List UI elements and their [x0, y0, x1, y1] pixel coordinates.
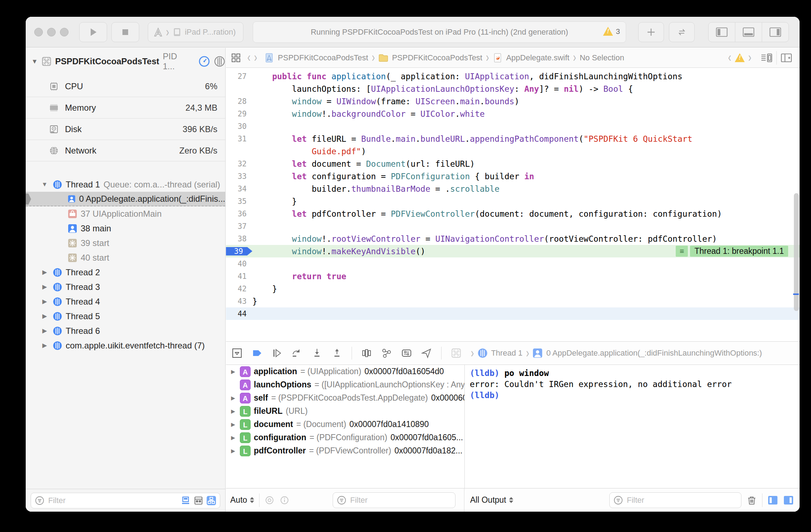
forward-icon[interactable]: ›	[254, 50, 257, 65]
code-line[interactable]: 36 let pdfController = PDFViewController…	[226, 207, 800, 220]
console-filter-field[interactable]	[609, 492, 741, 508]
stack-frame-row[interactable]: 39 start	[26, 236, 225, 250]
console-output-popup[interactable]: All Output	[470, 495, 513, 505]
navigator-filter-field[interactable]	[31, 493, 220, 508]
disclosure-icon[interactable]: ▶	[230, 408, 237, 415]
disclosure-icon[interactable]: ▶	[230, 435, 237, 441]
thread-row[interactable]: ▶Thread 6	[26, 323, 225, 338]
thread-row[interactable]: ▶com.apple.uikit.eventfetch-thread (7)	[26, 338, 225, 353]
gauge-row-network[interactable]: NetworkZero KB/s	[26, 140, 225, 161]
disclosure-icon[interactable]: ▶	[230, 368, 237, 375]
disclosure-icon[interactable]: ▼	[40, 181, 49, 188]
code-line[interactable]: 41 return true	[226, 270, 800, 282]
console-filter-input[interactable]	[626, 495, 737, 505]
striped-circle-icon[interactable]	[214, 55, 225, 67]
scheme-selector[interactable]: › iPad P...ration)	[148, 22, 243, 42]
gauge-icon[interactable]	[198, 55, 210, 67]
disclosure-icon[interactable]: ▶	[230, 421, 237, 428]
editor-swap-button[interactable]	[669, 22, 695, 42]
code-line[interactable]: 32 let document = Document(url: fileURL)	[226, 157, 800, 170]
gauge-row-disk[interactable]: Disk396 KB/s	[26, 119, 225, 140]
thread-row[interactable]: ▶Thread 4	[26, 294, 225, 309]
gauge-row-cpu[interactable]: CPU6%	[26, 76, 225, 97]
code-line[interactable]: 39 window!.makeKeyAndVisible()≡Thread 1:…	[226, 245, 800, 257]
variable-row[interactable]: ▶LfileURL (URL)	[226, 405, 464, 418]
close-window-button[interactable]	[34, 28, 43, 36]
hide-debug-area-icon[interactable]	[232, 348, 242, 358]
stack-frame-row[interactable]: 37 UIApplicationMain	[26, 206, 225, 221]
warning-count-button[interactable]: 3	[603, 27, 620, 36]
breadcrumb-file[interactable]: AppDelegate.swift	[506, 53, 569, 62]
next-issue-icon[interactable]: ›	[748, 50, 751, 65]
view-mode-icon[interactable]	[206, 496, 216, 506]
thread-row[interactable]: ▶Thread 2	[26, 265, 225, 280]
code-line[interactable]: launchOptions: [UIApplicationLaunchOptio…	[226, 82, 800, 95]
step-over-icon[interactable]	[292, 348, 302, 358]
disclosure-icon[interactable]: ▶	[230, 448, 237, 454]
minimize-window-button[interactable]	[47, 28, 56, 36]
variable-row[interactable]: AlaunchOptions = ([UIApplicationLaunchOp…	[226, 378, 464, 391]
code-line[interactable]: 28 window = UIWindow(frame: UIScreen.mai…	[226, 95, 800, 107]
step-out-icon[interactable]	[332, 348, 342, 358]
variable-row[interactable]: ▶Aapplication = (UIApplication) 0x00007f…	[226, 365, 464, 378]
step-into-icon[interactable]	[312, 348, 322, 358]
stack-frame-row[interactable]: 40 start	[26, 250, 225, 265]
breadcrumb-selection[interactable]: No Selection	[580, 53, 624, 62]
code-line[interactable]: 30	[226, 120, 800, 132]
debugbar-frame[interactable]: 0 AppDelegate.application(_:didFinishLau…	[546, 348, 762, 358]
breakpoint-actions-icon[interactable]: ≡	[676, 246, 688, 257]
run-button[interactable]	[79, 22, 107, 42]
thread-row[interactable]: ▼Thread 1Queue: com.a...-thread (serial)	[26, 177, 225, 192]
console[interactable]: (lldb) po windowerror: Couldn't IRGen ex…	[464, 365, 800, 488]
view-hierarchy-icon[interactable]	[361, 348, 372, 358]
environment-overrides-icon[interactable]	[401, 348, 412, 358]
issue-warning-icon[interactable]	[735, 53, 745, 62]
code-line[interactable]: 33 let configuration = PDFConfiguration …	[226, 170, 800, 182]
code-line[interactable]: 34 builder.thumbnailBarMode = .scrollabl…	[226, 182, 800, 195]
thread-row[interactable]: ▶Thread 5	[26, 309, 225, 323]
editor-options-icon[interactable]	[761, 52, 773, 64]
show-console-icon[interactable]	[783, 495, 794, 506]
zoom-window-button[interactable]	[60, 28, 69, 36]
toggle-inspector-button[interactable]	[762, 22, 789, 42]
disclosure-icon[interactable]: ▶	[40, 283, 49, 291]
stack-frame-row[interactable]: 0 AppDelegate.application(_:didFinis...	[26, 192, 225, 206]
variable-row[interactable]: ▶Ldocument = (Document) 0x00007fd0a14108…	[226, 418, 464, 431]
disclosure-open-icon[interactable]: ▼	[31, 58, 38, 65]
variables-view[interactable]: ▶Aapplication = (UIApplication) 0x00007f…	[226, 365, 464, 488]
debugbar-thread[interactable]: Thread 1	[491, 348, 523, 358]
stackframes-filter-icon[interactable]	[193, 496, 203, 506]
stop-button[interactable]	[111, 22, 139, 42]
variables-filter-field[interactable]	[333, 492, 455, 508]
code-line[interactable]: 29 window!.backgroundColor = UIColor.whi…	[226, 107, 800, 120]
code-line[interactable]: Guide.pdf")	[226, 145, 800, 157]
source-editor[interactable]: 27 public func application(_ application…	[226, 68, 800, 341]
navigator-filter-input[interactable]	[47, 496, 178, 506]
library-button[interactable]	[638, 22, 664, 42]
show-variables-icon[interactable]	[767, 495, 778, 506]
process-row[interactable]: ▼ PSPDFKitCocoaPodsTest PID 1...	[26, 53, 225, 70]
continue-icon[interactable]	[272, 348, 282, 358]
breadcrumb-project[interactable]: PSPDFKitCocoaPodsTest	[278, 53, 368, 62]
code-line[interactable]: 40	[226, 257, 800, 270]
related-items-icon[interactable]	[231, 53, 241, 63]
prev-issue-icon[interactable]: ‹	[728, 50, 731, 65]
quicklook-icon[interactable]	[265, 495, 274, 505]
code-line[interactable]: 38 window!.rootViewController = UINaviga…	[226, 232, 800, 245]
breakpoints-toggle-icon[interactable]	[252, 348, 262, 358]
breakpoint-annotation[interactable]: Thread 1: breakpoint 1.1	[690, 246, 788, 257]
info-icon[interactable]	[279, 495, 289, 505]
disclosure-icon[interactable]: ▶	[40, 327, 49, 335]
simulate-location-icon[interactable]	[421, 348, 432, 358]
breakpoints-filter-icon[interactable]	[181, 496, 191, 506]
disclosure-icon[interactable]: ▶	[230, 395, 237, 401]
code-line[interactable]: 27 public func application(_ application…	[226, 70, 800, 82]
stack-frame-row[interactable]: 38 main	[26, 221, 225, 236]
code-line[interactable]: 35 }	[226, 195, 800, 207]
code-line[interactable]: 43}	[226, 295, 800, 307]
disclosure-icon[interactable]: ▶	[40, 342, 49, 349]
code-line[interactable]: 44	[226, 307, 800, 320]
disclosure-icon[interactable]: ▶	[40, 268, 49, 276]
gauge-row-memory[interactable]: Memory24,3 MB	[26, 97, 225, 119]
toggle-navigator-button[interactable]	[708, 22, 735, 42]
